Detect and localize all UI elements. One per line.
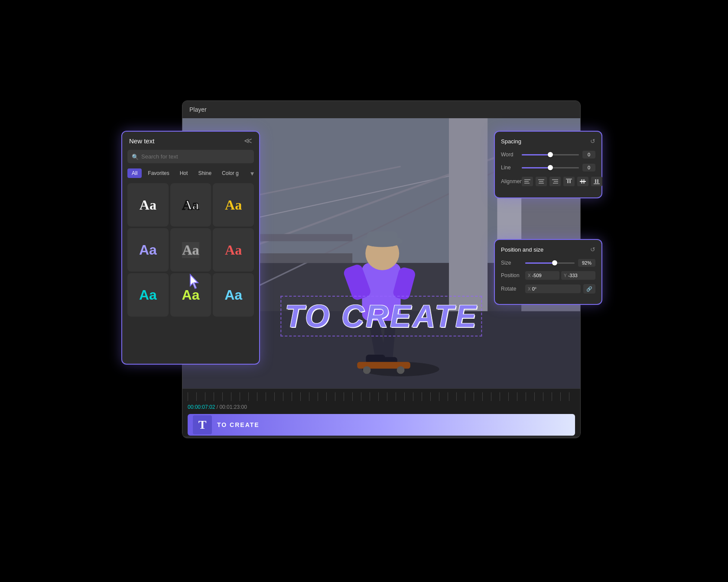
pos-reset-button[interactable]: ↺ bbox=[590, 246, 595, 253]
spacing-panel: Spacing ↺ Word Line Alignment bbox=[494, 131, 602, 198]
word-spacing-row: Word bbox=[501, 151, 595, 158]
timeline-text-track[interactable]: T TO CREATE bbox=[188, 414, 575, 436]
svg-rect-21 bbox=[367, 232, 398, 245]
style-aa-lime: Aa bbox=[182, 287, 200, 303]
line-spacing-row: Line bbox=[501, 164, 595, 171]
style-aa-dark: Aa bbox=[182, 197, 199, 213]
align-left-btn[interactable] bbox=[522, 177, 533, 186]
position-row: Position X -509 Y -333 bbox=[501, 271, 595, 280]
style-aa-white: Aa bbox=[140, 197, 156, 213]
position-coords: X -509 Y -333 bbox=[525, 271, 595, 280]
text-track-label: TO CREATE bbox=[217, 421, 260, 428]
style-aa-red: Aa bbox=[225, 242, 242, 258]
size-label: Size bbox=[501, 260, 522, 266]
svg-rect-44 bbox=[597, 179, 598, 183]
cursor-pointer bbox=[188, 274, 202, 287]
player-titlebar: Player bbox=[182, 101, 580, 118]
style-aa-sky: Aa bbox=[224, 287, 242, 303]
text-overlay-content: TO CREATE bbox=[285, 298, 478, 334]
timeline-ruler bbox=[188, 392, 575, 401]
pos-panel-header: Position and size ↺ bbox=[501, 246, 595, 253]
filter-tab-shine[interactable]: Shine bbox=[194, 168, 216, 178]
position-x-value: -509 bbox=[532, 273, 542, 278]
text-styles-grid: Aa Aa Aa Aa Aa Aa Aa Aa bbox=[122, 183, 259, 322]
svg-point-26 bbox=[397, 366, 405, 374]
style-aa-purple: Aa bbox=[139, 242, 157, 258]
svg-rect-38 bbox=[569, 180, 571, 183]
new-text-panel-title: New text bbox=[129, 137, 154, 145]
word-spacing-label: Word bbox=[501, 152, 518, 158]
size-slider[interactable] bbox=[525, 262, 575, 264]
line-spacing-value[interactable] bbox=[582, 164, 595, 171]
svg-rect-43 bbox=[595, 179, 596, 183]
align-center-btn[interactable] bbox=[536, 177, 547, 186]
filter-tab-hot[interactable]: Hot bbox=[176, 168, 192, 178]
alignment-label: Alignment bbox=[501, 178, 518, 184]
position-size-panel: Position and size ↺ Size Position X -509… bbox=[494, 239, 602, 305]
style-aa-cyan: Aa bbox=[139, 287, 157, 303]
align-vert-bot-btn[interactable] bbox=[591, 177, 602, 186]
x-axis-label: X bbox=[528, 273, 531, 278]
rotate-lock-button[interactable]: 🔗 bbox=[583, 284, 595, 294]
word-spacing-thumb[interactable] bbox=[548, 152, 553, 157]
filter-dropdown-icon[interactable]: ▾ bbox=[250, 169, 254, 178]
size-row: Size bbox=[501, 259, 595, 267]
search-box: 🔍 bbox=[127, 150, 254, 163]
style-cell-2[interactable]: Aa bbox=[170, 183, 211, 226]
position-x-input[interactable]: X -509 bbox=[525, 271, 559, 280]
style-cell-3[interactable]: Aa bbox=[213, 183, 254, 226]
size-slider-thumb[interactable] bbox=[552, 260, 557, 265]
timecode-display: 00:00:07:02 / 00:01:23:00 bbox=[188, 403, 575, 411]
svg-point-25 bbox=[363, 366, 371, 374]
y-axis-label: Y bbox=[564, 273, 567, 278]
word-spacing-fill bbox=[522, 154, 550, 155]
timecode-total: / 00:01:23:00 bbox=[217, 404, 247, 410]
word-spacing-value[interactable] bbox=[582, 151, 595, 158]
rotate-label: Rotate bbox=[501, 286, 522, 292]
style-aa-yellow: Aa bbox=[225, 197, 242, 213]
rotate-x-input[interactable]: X 0° bbox=[525, 285, 581, 293]
filter-tab-color[interactable]: Color g bbox=[218, 168, 243, 178]
line-spacing-slider[interactable] bbox=[522, 167, 579, 168]
align-right-btn[interactable] bbox=[549, 177, 561, 186]
position-label: Position bbox=[501, 272, 522, 278]
position-y-value: -333 bbox=[568, 273, 578, 278]
align-vert-top-btn[interactable] bbox=[563, 177, 575, 186]
timecode-current: 00:00:07:02 bbox=[188, 404, 215, 410]
spacing-panel-header: Spacing ↺ bbox=[501, 138, 595, 145]
style-cell-5[interactable]: Aa bbox=[170, 228, 211, 272]
style-cell-1[interactable]: Aa bbox=[127, 183, 169, 226]
line-spacing-label: Line bbox=[501, 165, 518, 171]
search-input[interactable] bbox=[127, 150, 254, 163]
line-spacing-thumb[interactable] bbox=[548, 165, 553, 170]
style-cell-7[interactable]: Aa bbox=[127, 273, 169, 317]
filter-tab-all[interactable]: All bbox=[127, 168, 142, 178]
player-title: Player bbox=[189, 106, 207, 113]
style-cell-4[interactable]: Aa bbox=[127, 228, 169, 272]
align-vert-mid-btn[interactable] bbox=[577, 177, 588, 186]
filter-tab-favorites[interactable]: Favorites bbox=[143, 168, 173, 178]
svg-rect-9 bbox=[449, 118, 488, 311]
pos-panel-title: Position and size bbox=[501, 246, 543, 253]
filter-tabs: All Favorites Hot Shine Color g ▾ bbox=[122, 168, 259, 183]
search-icon: 🔍 bbox=[132, 153, 139, 160]
spacing-reset-button[interactable]: ↺ bbox=[590, 138, 595, 145]
svg-rect-37 bbox=[567, 180, 569, 183]
rotate-controls: X 0° 🔗 bbox=[525, 284, 595, 294]
rotate-x-axis: X bbox=[528, 287, 531, 291]
size-value[interactable] bbox=[578, 259, 595, 267]
style-cell-6[interactable]: Aa bbox=[213, 228, 254, 272]
style-aa-outline: Aa bbox=[182, 242, 199, 258]
position-y-input[interactable]: Y -333 bbox=[561, 271, 595, 280]
new-text-panel-close[interactable]: ≪ bbox=[244, 137, 252, 145]
new-text-panel: New text ≪ 🔍 All Favorites Hot Shine Col… bbox=[121, 131, 260, 365]
size-slider-fill bbox=[525, 262, 555, 264]
text-overlay-container[interactable]: TO CREATE bbox=[280, 296, 482, 336]
timeline-area: 00:00:07:02 / 00:01:23:00 T TO CREATE bbox=[182, 388, 580, 436]
style-cell-9[interactable]: Aa bbox=[213, 273, 254, 317]
line-spacing-fill bbox=[522, 167, 550, 168]
word-spacing-slider[interactable] bbox=[522, 154, 579, 155]
rotate-row: Rotate X 0° 🔗 bbox=[501, 284, 595, 294]
new-text-panel-header: New text ≪ bbox=[122, 132, 259, 150]
rotate-x-value: 0° bbox=[532, 286, 537, 291]
